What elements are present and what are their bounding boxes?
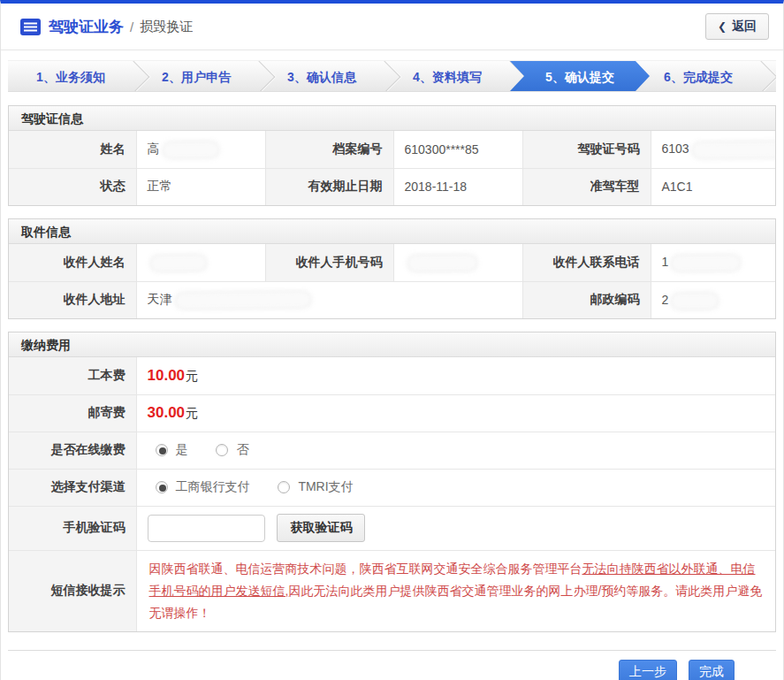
postage-fee-amount: 30.00 [148, 404, 186, 421]
payment-panel: 缴纳费用 工本费 10.00元 邮寄费 30.00元 是否在线缴费 [8, 332, 776, 632]
previous-step-button[interactable]: 上一步 [619, 660, 677, 680]
status-label: 状态 [9, 168, 136, 205]
recipient-phone-value-text: 1 [662, 255, 669, 269]
radio-online-yes[interactable]: 是 [156, 442, 188, 458]
table-row: 手机验证码 获取验证码 [9, 506, 775, 550]
postage-fee-label: 邮寄费 [9, 394, 136, 432]
redaction-blur [673, 256, 739, 271]
license-list-icon [20, 19, 41, 35]
radio-channel-tmri-label: TMRI支付 [298, 479, 353, 495]
license-no-value: 6103 [651, 131, 775, 168]
redaction-blur [151, 256, 204, 271]
radio-channel-icbc-label: 工商银行支付 [176, 479, 250, 495]
recipient-address-value-text: 天津 [148, 292, 172, 306]
pay-channel-label: 选择支付渠道 [9, 469, 136, 506]
fee-unit: 元 [186, 369, 198, 383]
radio-channel-tmri[interactable]: TMRI支付 [278, 479, 353, 495]
vehicle-class-label: 准驾车型 [522, 168, 651, 205]
redaction-blur [694, 143, 775, 157]
vehicle-class-value: A1C1 [651, 168, 775, 205]
pickup-info-table: 收件人姓名 收件人手机号码 收件人联系电话 1 收件人地址 天津 邮政编码 [9, 244, 775, 318]
redaction-blur [408, 256, 475, 271]
name-value-text: 高 [148, 141, 160, 156]
recipient-address-label: 收件人地址 [9, 281, 136, 318]
back-button[interactable]: ❮ 返回 [705, 13, 769, 40]
get-code-button[interactable]: 获取验证码 [277, 514, 365, 542]
step-4-fill-data[interactable]: 4、资料填写 [384, 61, 510, 91]
step-6-complete[interactable]: 6、完成提交 [636, 61, 761, 91]
work-fee-label: 工本费 [9, 357, 136, 394]
radio-online-no-label: 否 [236, 442, 248, 458]
pickup-info-title: 取件信息 [9, 219, 775, 244]
expiry-value: 2018-11-18 [393, 168, 522, 205]
license-no-label: 驾驶证号码 [522, 131, 651, 168]
step-5-confirm-submit-active[interactable]: 5、确认提交 [510, 61, 650, 91]
radio-online-yes-label: 是 [176, 442, 188, 458]
redaction-blur [176, 293, 308, 308]
sms-code-input[interactable] [148, 515, 265, 542]
redaction-blur [164, 142, 217, 157]
table-row: 工本费 10.00元 [9, 357, 775, 394]
step-1-notice[interactable]: 1、业务须知 [8, 61, 133, 91]
table-row: 姓名 高 档案编号 610300****85 驾驶证号码 6103 [9, 131, 775, 168]
table-row: 选择支付渠道 工商银行支付 TMRI支付 [9, 469, 775, 506]
fee-unit: 元 [186, 406, 198, 420]
app-header: 驾驶证业务 / 损毁换证 ❮ 返回 [1, 4, 783, 50]
pickup-info-panel: 取件信息 收件人姓名 收件人手机号码 收件人联系电话 1 [8, 218, 776, 319]
expiry-label: 有效期止日期 [265, 168, 393, 205]
radio-unselected-icon [216, 444, 228, 456]
sms-code-label: 手机验证码 [9, 506, 136, 550]
breadcrumb: 驾驶证业务 / 损毁换证 [20, 17, 193, 37]
sms-note-part1: 因陕西省联通、电信运营商技术问题，陕西省互联网交通安全综合服务管理平台 [149, 562, 582, 576]
breadcrumb-separator: / [130, 19, 133, 34]
page-title: 驾驶证业务 [49, 17, 124, 37]
radio-online-no[interactable]: 否 [216, 442, 248, 458]
sms-note-label: 短信接收提示 [9, 550, 136, 631]
license-no-value-text: 6103 [662, 141, 689, 156]
pay-channel-options: 工商银行支付 TMRI支付 [136, 469, 775, 506]
license-info-title: 驾驶证信息 [9, 106, 775, 131]
radio-channel-icbc[interactable]: 工商银行支付 [156, 479, 250, 495]
step-3-confirm-info[interactable]: 3、确认信息 [259, 61, 384, 91]
postage-fee-value: 30.00元 [136, 394, 775, 432]
radio-selected-icon [156, 444, 168, 456]
sms-code-cell: 获取验证码 [136, 506, 775, 550]
table-row: 邮寄费 30.00元 [9, 394, 775, 432]
recipient-mobile-value [393, 244, 522, 281]
step-wizard: 1、业务须知 2、用户申告 3、确认信息 4、资料填写 5、确认提交 6、完成提… [8, 60, 776, 92]
work-fee-value: 10.00元 [136, 357, 775, 394]
chevron-left-icon: ❮ [718, 20, 727, 33]
name-label: 姓名 [9, 131, 136, 168]
postcode-label: 邮政编码 [522, 281, 651, 318]
radio-unselected-icon [278, 481, 290, 493]
name-value: 高 [136, 131, 265, 168]
recipient-mobile-label: 收件人手机号码 [265, 244, 393, 281]
sms-note-cell: 因陕西省联通、电信运营商技术问题，陕西省互联网交通安全综合服务管理平台无法向持陕… [136, 550, 775, 631]
table-row: 是否在线缴费 是 否 [9, 432, 775, 469]
status-value: 正常 [136, 168, 265, 205]
recipient-phone-label: 收件人联系电话 [522, 244, 651, 281]
postcode-value-text: 2 [662, 293, 669, 307]
recipient-phone-value: 1 [651, 244, 775, 281]
finish-button[interactable]: 完成 [689, 660, 735, 680]
recipient-name-value [136, 244, 265, 281]
table-row: 状态 正常 有效期止日期 2018-11-18 准驾车型 A1C1 [9, 168, 775, 205]
table-row: 短信接收提示 因陕西省联通、电信运营商技术问题，陕西省互联网交通安全综合服务管理… [9, 550, 775, 631]
radio-selected-icon [156, 481, 168, 493]
step-2-declaration[interactable]: 2、用户申告 [133, 61, 259, 91]
license-info-table: 姓名 高 档案编号 610300****85 驾驶证号码 6103 状态 正常 … [9, 131, 775, 205]
page-subtitle: 损毁换证 [140, 19, 193, 35]
table-row: 收件人地址 天津 邮政编码 2 [9, 281, 775, 318]
table-row: 收件人姓名 收件人手机号码 收件人联系电话 1 [9, 244, 775, 281]
page: 驾驶证业务 / 损毁换证 ❮ 返回 1、业务须知 2、用户申告 3、确认信息 4… [0, 0, 784, 680]
back-button-label: 返回 [732, 19, 757, 34]
file-no-label: 档案编号 [265, 131, 393, 168]
sms-note-text: 因陕西省联通、电信运营商技术问题，陕西省互联网交通安全综合服务管理平台无法向持陕… [149, 558, 764, 624]
recipient-address-value: 天津 [136, 281, 522, 318]
file-no-value: 610300****85 [393, 131, 522, 168]
postcode-value: 2 [651, 281, 775, 318]
payment-table: 工本费 10.00元 邮寄费 30.00元 是否在线缴费 是 [9, 357, 775, 631]
footer-actions: 上一步 完成 [1, 651, 783, 680]
license-info-panel: 驾驶证信息 姓名 高 档案编号 610300****85 驾驶证号码 6103 [8, 105, 776, 206]
online-pay-label: 是否在线缴费 [9, 432, 136, 469]
